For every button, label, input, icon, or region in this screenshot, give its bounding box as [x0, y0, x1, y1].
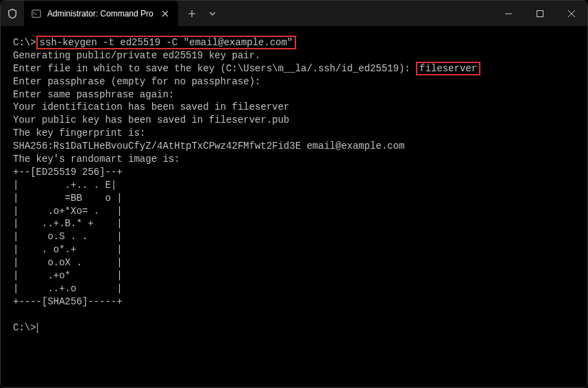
randomart-line: +--[ED25519 256]--+ — [13, 167, 123, 178]
filename-highlight: fileserver — [416, 62, 480, 75]
tab-title: Administrator: Command Pro — [47, 9, 154, 19]
terminal-line: Enter passphrase (empty for no passphras… — [13, 76, 260, 87]
randomart-line: | o.oX . | — [13, 257, 123, 268]
maximize-button[interactable] — [524, 1, 556, 26]
close-window-button[interactable] — [556, 1, 587, 26]
terminal-line: Generating public/private ed25519 key pa… — [13, 50, 260, 61]
cursor — [37, 323, 38, 333]
randomart-line: | o.S . . | — [13, 231, 123, 242]
terminal-line: The key's randomart image is: — [13, 154, 180, 165]
prompt: C:\> — [13, 322, 36, 333]
prompt: C:\> — [13, 37, 36, 48]
shield-icon — [1, 1, 24, 26]
svg-rect-0 — [32, 10, 40, 17]
terminal-line: SHA256:Rs1DaTLHeBvouCfyZ/4AtHtpTxCPwz42F… — [13, 141, 404, 151]
window-controls — [493, 1, 587, 26]
terminal-icon — [31, 8, 42, 19]
close-icon[interactable] — [159, 8, 171, 20]
randomart-line: | .o+*Xo= . | — [13, 206, 123, 217]
command-highlight: ssh-keygen -t ed25519 -C "email@example.… — [36, 36, 297, 49]
randomart-line: | . o*.+ | — [13, 244, 123, 255]
chevron-down-icon[interactable] — [203, 4, 222, 23]
terminal-line: Enter same passphrase again: — [13, 89, 174, 100]
terminal-line: Your identification has been saved in fi… — [13, 101, 289, 112]
terminal-output[interactable]: C:\>ssh-keygen -t ed25519 -C "email@exam… — [1, 27, 587, 343]
randomart-line: | ..+.B.* + | — [13, 218, 123, 229]
titlebar-left: Administrator: Command Pro — [1, 1, 222, 26]
randomart-line: +----[SHA256]-----+ — [13, 296, 123, 307]
randomart-line: | ..+.o | — [13, 283, 123, 294]
randomart-line: | .+o* | — [13, 270, 123, 281]
randomart-line: | .+.. . E| — [13, 180, 117, 191]
new-tab-button[interactable] — [181, 3, 203, 25]
svg-rect-1 — [537, 10, 543, 16]
tab-command-prompt[interactable]: Administrator: Command Pro — [24, 1, 178, 26]
terminal-line: Your public key has been saved in filese… — [13, 114, 289, 125]
minimize-button[interactable] — [493, 1, 524, 26]
randomart-line: | =BB o | — [13, 193, 123, 204]
terminal-line: The key fingerprint is: — [13, 128, 145, 138]
terminal-line: Enter file in which to save the key (C:\… — [13, 63, 416, 74]
titlebar: Administrator: Command Pro — [1, 1, 587, 27]
